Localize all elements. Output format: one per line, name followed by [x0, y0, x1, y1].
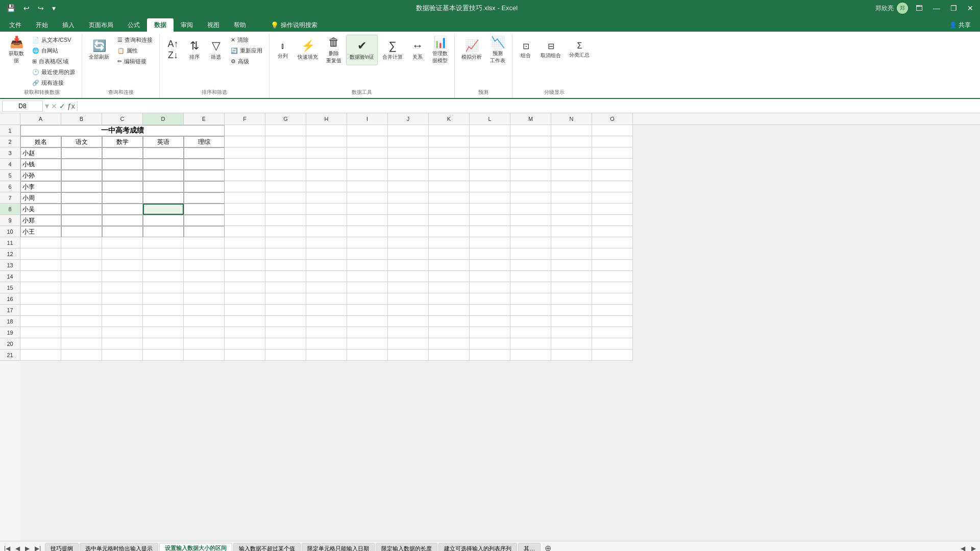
save-button[interactable]: 💾	[4, 3, 18, 13]
sheet-tab-input-prompt[interactable]: 选中单元格时给出输入提示	[80, 543, 158, 552]
cell-d9[interactable]	[143, 215, 184, 226]
cell-h11[interactable]	[306, 237, 347, 248]
flash-fill-button[interactable]: ⚡ 快速填充	[294, 35, 322, 65]
tab-insert[interactable]: 插入	[55, 18, 82, 32]
cell-k17[interactable]	[429, 305, 470, 316]
cell-m5[interactable]	[510, 170, 551, 181]
cell-f10[interactable]	[225, 226, 265, 237]
cell-c2[interactable]: 数学	[102, 136, 143, 147]
cell-e18[interactable]	[184, 316, 225, 327]
cell-m2[interactable]	[510, 136, 551, 147]
cell-n9[interactable]	[551, 215, 592, 226]
cell-b16[interactable]	[61, 293, 102, 305]
cell-n17[interactable]	[551, 305, 592, 316]
cell-k15[interactable]	[429, 282, 470, 293]
cell-n4[interactable]	[551, 159, 592, 170]
col-header-d[interactable]: D	[143, 113, 184, 124]
cell-c12[interactable]	[102, 248, 143, 260]
cell-a17[interactable]	[20, 305, 61, 316]
cell-n6[interactable]	[551, 181, 592, 192]
cell-e15[interactable]	[184, 282, 225, 293]
cell-o14[interactable]	[592, 271, 633, 282]
cell-o16[interactable]	[592, 293, 633, 305]
row-header-17[interactable]: 17	[0, 305, 20, 316]
cell-i2[interactable]	[347, 136, 388, 147]
cell-c19[interactable]	[102, 327, 143, 338]
cell-m9[interactable]	[510, 215, 551, 226]
corner-cell[interactable]	[0, 113, 20, 124]
cell-l10[interactable]	[470, 226, 510, 237]
col-header-k[interactable]: K	[429, 113, 470, 124]
col-header-h[interactable]: H	[306, 113, 347, 124]
cell-j5[interactable]	[388, 170, 429, 181]
cell-b6[interactable]	[61, 181, 102, 192]
cell-m1[interactable]	[510, 125, 551, 136]
cell-f20[interactable]	[225, 338, 265, 349]
cell-j11[interactable]	[388, 237, 429, 248]
cell-c17[interactable]	[102, 305, 143, 316]
cell-i13[interactable]	[347, 260, 388, 271]
cell-l16[interactable]	[470, 293, 510, 305]
cell-n5[interactable]	[551, 170, 592, 181]
cell-m16[interactable]	[510, 293, 551, 305]
tab-help[interactable]: 帮助	[227, 18, 253, 32]
cell-h2[interactable]	[306, 136, 347, 147]
cell-m21[interactable]	[510, 349, 551, 361]
cell-d8[interactable]	[143, 204, 184, 215]
cell-b12[interactable]	[61, 248, 102, 260]
cell-n15[interactable]	[551, 282, 592, 293]
sheet-first-button[interactable]: |◀	[2, 544, 12, 552]
cancel-formula-icon[interactable]: ✕	[51, 102, 57, 110]
cell-f3[interactable]	[225, 147, 265, 159]
cell-a21[interactable]	[20, 349, 61, 361]
cell-b13[interactable]	[61, 260, 102, 271]
cell-i6[interactable]	[347, 181, 388, 192]
cell-b9[interactable]	[61, 215, 102, 226]
cell-k11[interactable]	[429, 237, 470, 248]
cell-i5[interactable]	[347, 170, 388, 181]
cell-d3[interactable]	[143, 147, 184, 159]
cell-e17[interactable]	[184, 305, 225, 316]
cell-e9[interactable]	[184, 215, 225, 226]
cell-m17[interactable]	[510, 305, 551, 316]
row-header-10[interactable]: 10	[0, 226, 20, 237]
sheet-last-button[interactable]: ▶|	[33, 544, 43, 552]
cell-n3[interactable]	[551, 147, 592, 159]
cell-a20[interactable]	[20, 338, 61, 349]
col-header-f[interactable]: F	[225, 113, 265, 124]
cell-d16[interactable]	[143, 293, 184, 305]
row-header-2[interactable]: 2	[0, 136, 20, 147]
sheet-tab-list[interactable]: 建立可选择输入的列表序列	[438, 543, 517, 552]
cell-o8[interactable]	[592, 204, 633, 215]
cell-i18[interactable]	[347, 316, 388, 327]
cell-j15[interactable]	[388, 282, 429, 293]
cell-m8[interactable]	[510, 204, 551, 215]
queries-connections-button[interactable]: ☰ 查询和连接	[114, 35, 156, 45]
cell-b19[interactable]	[61, 327, 102, 338]
cell-i11[interactable]	[347, 237, 388, 248]
row-header-12[interactable]: 12	[0, 248, 20, 260]
cell-h19[interactable]	[306, 327, 347, 338]
cell-j9[interactable]	[388, 215, 429, 226]
sheet-tab-date[interactable]: 限定单元格只能输入日期	[302, 543, 375, 552]
cell-j20[interactable]	[388, 338, 429, 349]
cell-b17[interactable]	[61, 305, 102, 316]
cell-l8[interactable]	[470, 204, 510, 215]
cell-h18[interactable]	[306, 316, 347, 327]
cell-b7[interactable]	[61, 192, 102, 204]
cell-m20[interactable]	[510, 338, 551, 349]
cell-j6[interactable]	[388, 181, 429, 192]
cell-m6[interactable]	[510, 181, 551, 192]
col-header-j[interactable]: J	[388, 113, 429, 124]
cell-l7[interactable]	[470, 192, 510, 204]
cell-b14[interactable]	[61, 271, 102, 282]
cell-f12[interactable]	[225, 248, 265, 260]
cell-g5[interactable]	[265, 170, 306, 181]
cell-j2[interactable]	[388, 136, 429, 147]
cell-a11[interactable]	[20, 237, 61, 248]
cell-c10[interactable]	[102, 226, 143, 237]
share-button[interactable]: 👤 共享	[942, 18, 978, 32]
cell-o3[interactable]	[592, 147, 633, 159]
cell-k10[interactable]	[429, 226, 470, 237]
cell-f6[interactable]	[225, 181, 265, 192]
